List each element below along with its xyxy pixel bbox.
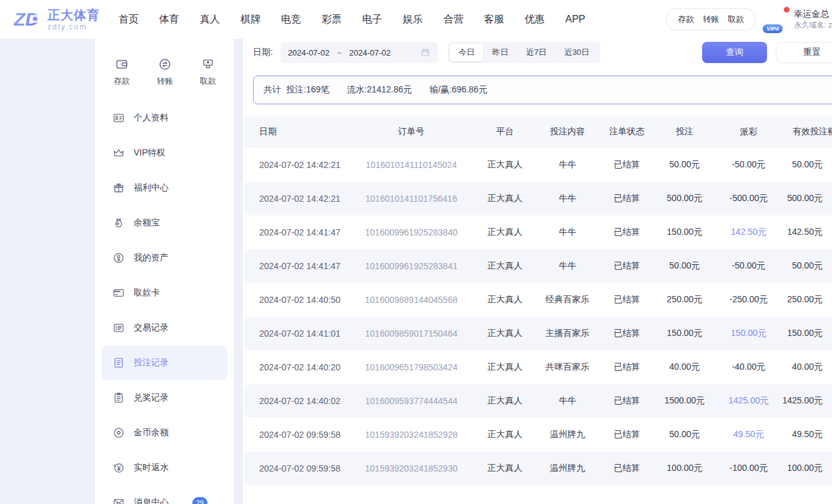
cell-order_no: 1016009651798503424 <box>347 350 475 384</box>
sidebar-item-withdraw-card[interactable]: 取款卡 <box>95 275 234 310</box>
quick-action-label: 转账 <box>157 76 173 87</box>
nav-item-partner[interactable]: 合营 <box>443 13 463 26</box>
cell-order_no: 1015939203241852928 <box>347 418 475 452</box>
table-row: 2024-07-02 14:40:501016009889144045568正大… <box>244 283 832 317</box>
header-withdraw-link[interactable]: 取款 <box>728 14 744 25</box>
column-header: 订单号 <box>347 116 475 148</box>
table-row: 2024-07-02 14:41:471016009961925283841正大… <box>244 249 832 283</box>
nav-item-sports[interactable]: 体育 <box>159 13 179 26</box>
table-row: 2024-07-02 14:40:021016009593774444544正大… <box>244 384 832 418</box>
cell-status: 已结算 <box>600 317 653 350</box>
cell-valid_bet: 150.00元 <box>781 317 832 350</box>
sidebar-item-prize-records[interactable]: 兑奖记录 <box>95 380 234 415</box>
range-today-button[interactable]: 今日 <box>450 44 483 61</box>
cell-content: 牛牛 <box>535 182 600 215</box>
quick-action-deposit[interactable]: 存款 <box>114 57 130 87</box>
table-row: 2024-07-02 09:59:581015939203241852930正大… <box>244 452 832 485</box>
calendar-icon[interactable] <box>420 47 430 57</box>
cell-payout: -40.00元 <box>716 350 781 384</box>
cell-valid_bet: 50.00元 <box>781 148 832 182</box>
nav-item-esports[interactable]: 电竞 <box>281 13 301 26</box>
cell-status: 已结算 <box>600 182 653 215</box>
gift-icon <box>112 182 125 194</box>
cell-order_no: 1016010141110145024 <box>347 148 475 182</box>
sidebar-quick-actions: 存款 转账 取款 <box>95 39 234 87</box>
table-row: 2024-07-02 14:40:201016009651798503424正大… <box>244 350 832 384</box>
nav-item-service[interactable]: 客服 <box>484 13 504 26</box>
cell-date: 2024-07-02 14:40:50 <box>244 283 347 317</box>
nav-item-slots[interactable]: 电子 <box>362 13 382 26</box>
date-label: 日期: <box>253 47 273 58</box>
user-profile[interactable]: VIP4 幸运金总 永久域名: z <box>766 8 832 31</box>
quick-action-transfer[interactable]: 转账 <box>157 57 173 87</box>
table-row: 2024-07-02 14:41:471016009961925283840正大… <box>244 215 832 249</box>
reset-button[interactable]: 重置 <box>776 42 832 63</box>
sidebar-item-profile[interactable]: 个人资料 <box>95 101 234 136</box>
nav-item-app[interactable]: APP <box>565 14 585 25</box>
cell-content: 牛牛 <box>535 384 600 418</box>
cell-bet: 50.00元 <box>653 418 716 452</box>
cell-content: 温州牌九 <box>535 452 600 485</box>
query-button[interactable]: 查询 <box>702 42 767 63</box>
nav-item-lottery[interactable]: 彩票 <box>322 13 342 26</box>
cell-payout: 49.50元 <box>716 418 781 452</box>
date-to-value: 2024-07-02 <box>349 48 391 57</box>
sidebar-item-transactions[interactable]: 交易记录 <box>95 310 234 345</box>
wallet-quick-links: 存款 转账 取款 <box>666 8 756 31</box>
sidebar-item-assets[interactable]: 我的资产 <box>95 240 234 275</box>
cell-order_no: 1016009889144045568 <box>347 283 475 317</box>
sidebar-item-coin-balance[interactable]: 金币余额 <box>95 415 234 450</box>
notification-dot <box>783 6 790 13</box>
cell-platform: 正大真人 <box>475 384 535 418</box>
sidebar-item-messages[interactable]: 消息中心 29 <box>95 485 234 504</box>
cell-date: 2024-07-02 14:41:47 <box>244 215 347 249</box>
range-yesterday-button[interactable]: 昨日 <box>483 44 517 61</box>
date-range-input[interactable]: 2024-07-02 ~ 2024-07-02 <box>280 42 438 63</box>
sidebar-item-welfare[interactable]: 福利中心 <box>95 170 234 205</box>
content-area: 存款 转账 取款 个人资料 <box>0 39 832 504</box>
bet-records-table: 日期订单号平台投注内容注单状态投注派彩有效投注额 2024-07-02 14:4… <box>244 116 832 485</box>
summary-prefix: 共计 <box>264 84 281 96</box>
cell-platform: 正大真人 <box>475 215 535 249</box>
cell-payout: 142.50元 <box>716 215 781 249</box>
vip-level-badge: VIP4 <box>762 24 783 34</box>
date-from-value: 2024-07-02 <box>288 48 330 57</box>
nav-item-entertainment[interactable]: 娱乐 <box>403 13 423 26</box>
header-transfer-link[interactable]: 转账 <box>703 14 719 25</box>
quick-action-label: 取款 <box>200 76 216 87</box>
username: 幸运金总 <box>794 9 832 20</box>
sidebar-item-rebate[interactable]: 实时返水 <box>95 450 234 485</box>
assets-icon <box>112 252 125 264</box>
cell-status: 已结算 <box>600 350 653 384</box>
nav-item-promo[interactable]: 优惠 <box>525 13 545 26</box>
sidebar-item-vip[interactable]: VIP特权 <box>95 136 234 170</box>
cell-payout: -100.00元 <box>716 452 781 485</box>
id-card-icon <box>112 112 125 124</box>
cell-date: 2024-07-02 14:40:20 <box>244 350 347 384</box>
cell-bet: 50.00元 <box>653 249 716 283</box>
cell-platform: 正大真人 <box>475 249 535 283</box>
sidebar-item-yuebao[interactable]: 余额宝 <box>95 205 234 240</box>
nav-item-live[interactable]: 真人 <box>200 13 220 26</box>
nav-item-home[interactable]: 首页 <box>119 13 139 26</box>
sidebar-menu: 个人资料 VIP特权 福利中心 余额宝 我的资产 <box>95 101 234 504</box>
cell-valid_bet: 40.00元 <box>781 350 832 384</box>
mail-icon <box>112 497 125 504</box>
cell-content: 温州牌九 <box>535 418 600 452</box>
logo-zd-icon: ZD <box>14 8 42 31</box>
logo-brand-text: 正大体育 <box>47 9 100 21</box>
page: ZD 正大体育 zdty.com 首页 体育 真人 棋牌 电竞 彩票 电子 娱乐… <box>0 0 832 504</box>
site-logo[interactable]: ZD 正大体育 zdty.com <box>14 8 100 31</box>
nav-item-board-games[interactable]: 棋牌 <box>240 13 260 26</box>
summary-win-loss: 输/赢:696.86元 <box>430 84 488 96</box>
bet-record-icon <box>112 357 125 369</box>
cell-date: 2024-07-02 09:59:58 <box>244 452 347 485</box>
range-30days-button[interactable]: 近30日 <box>555 44 598 61</box>
cell-date: 2024-07-02 14:41:47 <box>244 249 347 283</box>
range-7days-button[interactable]: 近7日 <box>517 44 555 61</box>
quick-action-withdraw[interactable]: 取款 <box>200 57 216 87</box>
header-deposit-link[interactable]: 存款 <box>678 14 694 25</box>
cell-valid_bet: 1425.00元 <box>781 384 832 418</box>
cell-payout: 150.00元 <box>716 317 781 350</box>
sidebar-item-bet-records[interactable]: 投注记录 <box>101 345 227 380</box>
